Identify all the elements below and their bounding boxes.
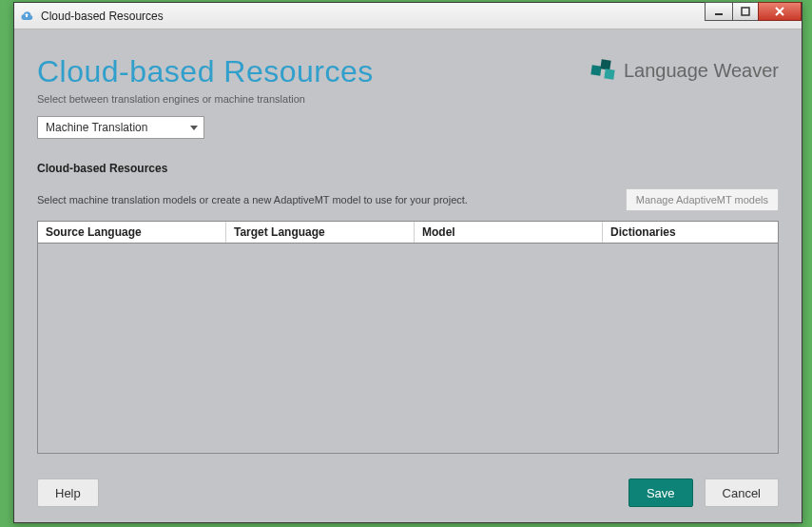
minimize-button[interactable] (705, 2, 733, 21)
section-description: Select machine translation models or cre… (37, 194, 468, 205)
language-weaver-logo: Language Weaver (591, 58, 779, 83)
language-weaver-mark-icon (591, 58, 616, 83)
window-controls (706, 2, 802, 21)
help-button[interactable]: Help (37, 478, 99, 507)
titlebar: Cloud-based Resources (14, 3, 802, 29)
svg-rect-1 (742, 8, 749, 15)
section-title: Cloud-based Resources (37, 162, 779, 175)
page-title: Cloud-based Resources (37, 54, 374, 89)
cloud-icon (18, 8, 35, 25)
save-button[interactable]: Save (628, 478, 693, 507)
maximize-button[interactable] (732, 2, 759, 21)
manage-adaptivemt-button[interactable]: Manage AdaptiveMT models (626, 188, 779, 211)
dialog-window: Cloud-based Resources Cloud-based Resour… (13, 2, 802, 523)
close-button[interactable] (758, 2, 802, 21)
table-header: Source Language Target Language Model Di… (38, 222, 778, 244)
models-table: Source Language Target Language Model Di… (37, 221, 779, 454)
col-source-language: Source Language (38, 222, 226, 243)
window-title: Cloud-based Resources (41, 10, 164, 23)
dialog-footer: Help Save Cancel (37, 469, 779, 507)
engine-dropdown[interactable]: Machine Translation (37, 116, 204, 139)
chevron-down-icon (190, 126, 198, 130)
svg-rect-0 (715, 13, 723, 15)
col-dictionaries: Dictionaries (603, 222, 778, 243)
table-body (38, 244, 778, 453)
cancel-button[interactable]: Cancel (705, 478, 779, 507)
dropdown-selected: Machine Translation (46, 121, 147, 134)
col-model: Model (415, 222, 603, 243)
page-subtitle: Select between translation engines or ma… (37, 93, 374, 105)
col-target-language: Target Language (226, 222, 415, 243)
brand-text: Language Weaver (624, 60, 779, 82)
dialog-content: Cloud-based Resources Select between tra… (14, 29, 802, 522)
